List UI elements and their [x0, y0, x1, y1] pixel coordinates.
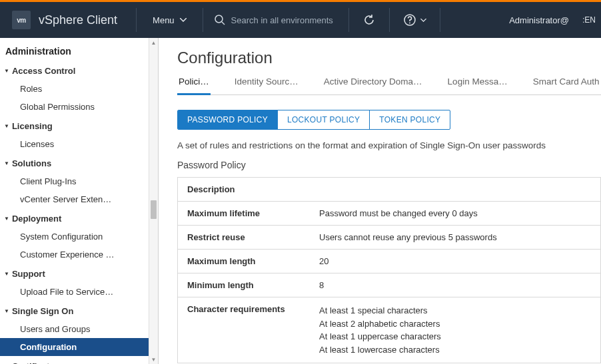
policy-pill-tabs: PASSWORD POLICY LOCKOUT POLICY TOKEN POL…	[177, 110, 450, 130]
caret-down-icon: ▼	[4, 271, 9, 277]
caret-down-icon: ▼	[4, 68, 9, 74]
policy-section-title: Password Policy	[177, 160, 601, 170]
char-req-line: At least 1 uppercase characters	[319, 330, 441, 343]
sidebar-group-support[interactable]: ▼Support	[0, 264, 149, 283]
topbar: vm vSphere Client Menu Administrator@ :E…	[0, 2, 601, 38]
search-input[interactable]	[231, 15, 338, 25]
group-label: Deployment	[12, 214, 61, 224]
sidebar-section-title: Administration	[0, 45, 149, 61]
char-req-line: At least 1 lowercase characters	[319, 343, 441, 357]
sidebar-item-customer-experience[interactable]: Customer Experience …	[0, 246, 149, 264]
group-label: Access Control	[12, 66, 75, 76]
brand-logo: vm	[12, 11, 31, 29]
row-key: Restrict reuse	[178, 226, 310, 249]
sidebar-group-certificates[interactable]: ▼Certificates	[0, 356, 149, 364]
sidebar-group-solutions[interactable]: ▼Solutions	[0, 153, 149, 172]
char-req-line: At least 2 alphabetic characters	[319, 317, 441, 331]
svg-point-0	[215, 15, 223, 23]
sidebar-item-system-configuration[interactable]: System Configuration	[0, 228, 149, 246]
sidebar-group-licensing[interactable]: ▼Licensing	[0, 116, 149, 135]
policy-description: A set of rules and restrictions on the f…	[177, 140, 601, 150]
row-key: Maximum length	[178, 250, 310, 273]
row-val: Users cannot reuse any previous 5 passwo…	[310, 226, 506, 249]
divider	[440, 8, 440, 32]
caret-down-icon: ▼	[4, 308, 9, 314]
chevron-down-icon	[420, 19, 426, 22]
row-val: Password must be changed every 0 days	[310, 202, 487, 225]
scroll-up-icon[interactable]: ▲	[149, 38, 158, 47]
char-req-line: At least 1 special characters	[319, 304, 441, 317]
row-key: Character requirements	[178, 297, 310, 321]
tab-login-message[interactable]: Login Messa…	[446, 77, 509, 94]
sidebar-item-roles[interactable]: Roles	[0, 80, 149, 98]
sidebar-group-access-control[interactable]: ▼Access Control	[0, 61, 149, 80]
table-row: Restrict reuse Users cannot reuse any pr…	[178, 226, 600, 250]
env-label: :EN	[582, 15, 601, 25]
chevron-down-icon	[180, 18, 187, 22]
svg-point-3	[409, 23, 410, 24]
help-icon	[403, 13, 416, 27]
user-menu[interactable]: Administrator@	[496, 15, 582, 25]
tab-smart-card[interactable]: Smart Card Auth	[532, 77, 601, 94]
search-icon	[214, 14, 226, 26]
sidebar-item-client-plugins[interactable]: Client Plug-Ins	[0, 172, 149, 190]
tab-identity-sources[interactable]: Identity Sourc…	[233, 77, 300, 94]
sidebar-item-configuration[interactable]: Configuration	[0, 338, 149, 356]
scroll-thumb[interactable]	[151, 200, 157, 219]
group-label: Support	[12, 269, 45, 279]
group-label: Licensing	[12, 121, 53, 131]
row-key: Maximum lifetime	[178, 202, 310, 225]
caret-down-icon: ▼	[4, 216, 9, 222]
pill-lockout-policy[interactable]: LOCKOUT POLICY	[277, 110, 369, 129]
refresh-button[interactable]	[349, 13, 389, 27]
group-label: Single Sign On	[12, 306, 73, 316]
table-row: Character requirements At least 1 specia…	[178, 297, 600, 363]
tab-policies[interactable]: Polici…	[177, 77, 211, 95]
help-button[interactable]	[390, 13, 440, 27]
table-row: Maximum lifetime Password must be change…	[178, 202, 600, 226]
caret-down-icon: ▼	[4, 123, 9, 129]
sidebar-scrollbar[interactable]: ▲ ▼	[149, 38, 158, 364]
sidebar: Administration ▼Access Control Roles Glo…	[0, 38, 159, 364]
group-label: Solutions	[12, 158, 51, 168]
menu-button[interactable]: Menu	[137, 15, 203, 25]
pill-token-policy[interactable]: TOKEN POLICY	[369, 110, 450, 129]
app-title: vSphere Client	[39, 13, 117, 27]
pill-password-policy[interactable]: PASSWORD POLICY	[178, 110, 277, 129]
main-tabs: Polici… Identity Sourc… Active Directory…	[177, 77, 601, 95]
refresh-icon	[362, 13, 376, 27]
sidebar-group-sso[interactable]: ▼Single Sign On	[0, 301, 149, 320]
search-wrap	[203, 14, 348, 26]
sidebar-group-deployment[interactable]: ▼Deployment	[0, 208, 149, 228]
tab-active-directory[interactable]: Active Directory Doma…	[322, 77, 424, 94]
sidebar-item-upload-file[interactable]: Upload File to Service…	[0, 283, 149, 301]
sidebar-item-global-permissions[interactable]: Global Permissions	[0, 98, 149, 116]
row-val: 8	[310, 273, 333, 297]
sidebar-item-vcenter-extensions[interactable]: vCenter Server Exten…	[0, 190, 149, 208]
svg-line-1	[222, 22, 225, 25]
scroll-down-icon[interactable]: ▼	[149, 355, 158, 364]
table-row: Maximum length 20	[178, 250, 600, 273]
main-content: Configuration Polici… Identity Sourc… Ac…	[159, 38, 601, 364]
page-title: Configuration	[177, 49, 601, 67]
row-val: 20	[310, 250, 338, 273]
table-header: Description	[178, 178, 310, 201]
policy-table: Description Maximum lifetime Password mu…	[177, 177, 601, 363]
table-header-row: Description	[178, 178, 600, 202]
row-key: Minimum length	[178, 273, 310, 297]
sidebar-item-licenses[interactable]: Licenses	[0, 135, 149, 153]
menu-label: Menu	[153, 15, 175, 25]
caret-down-icon: ▼	[4, 160, 9, 166]
row-val: At least 1 special characters At least 2…	[310, 297, 450, 363]
table-row: Minimum length 8	[178, 273, 600, 297]
sidebar-item-users-groups[interactable]: Users and Groups	[0, 320, 149, 338]
group-label: Certificates	[12, 361, 59, 364]
